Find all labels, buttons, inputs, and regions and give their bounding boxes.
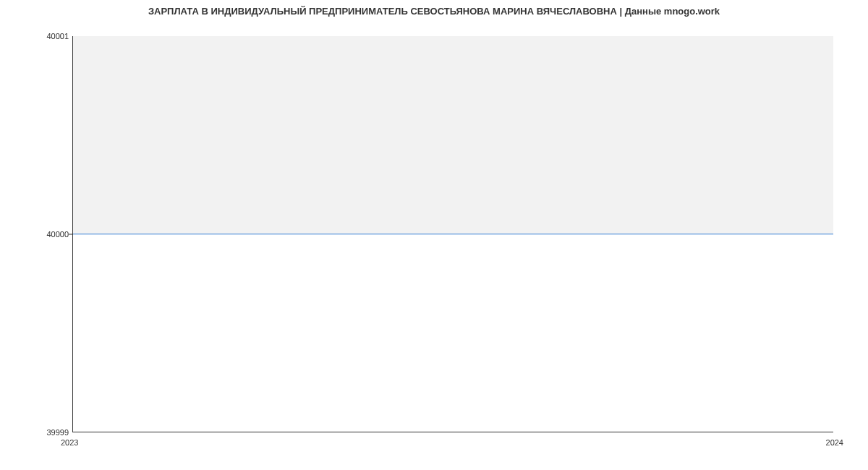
y-axis-tick-mark [69,234,72,235]
chart-title: ЗАРПЛАТА В ИНДИВИДУАЛЬНЫЙ ПРЕДПРИНИМАТЕЛ… [0,6,868,17]
x-axis-tick-label: 2024 [826,438,843,447]
plot-background [73,36,833,234]
y-axis-tick-label: 39999 [46,428,69,437]
chart-container: ЗАРПЛАТА В ИНДИВИДУАЛЬНЫЙ ПРЕДПРИНИМАТЕЛ… [0,0,868,470]
data-line [73,234,833,234]
y-axis-tick-label: 40001 [46,32,69,40]
x-axis-tick-label: 2023 [61,438,78,447]
plot-area [72,36,833,432]
y-axis-tick-label: 40000 [46,230,69,239]
